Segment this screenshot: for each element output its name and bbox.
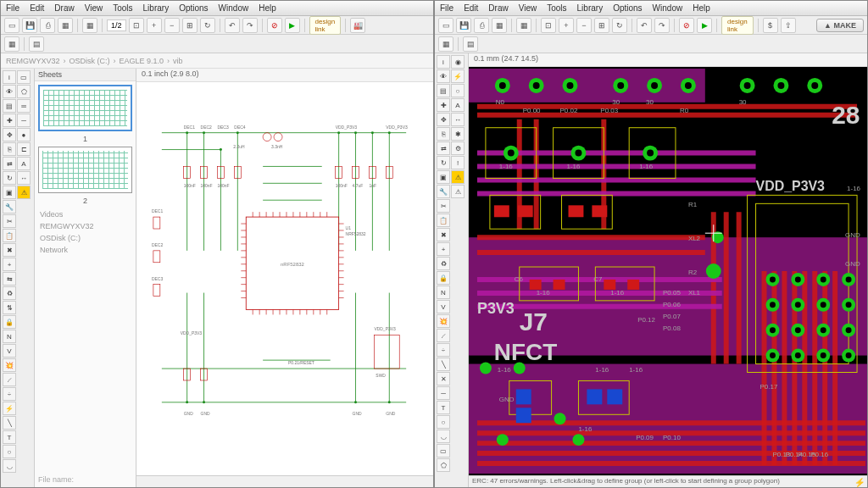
gateswap-tool-icon[interactable]: ⇅ — [3, 301, 16, 314]
split-tool-icon[interactable]: ÷ — [437, 343, 450, 357]
undo-icon[interactable]: ↶ — [225, 18, 240, 33]
paste-tool-icon[interactable]: 📋 — [437, 214, 450, 227]
menu-window[interactable]: Window — [219, 3, 249, 13]
sheet-thumb-1[interactable] — [38, 85, 132, 131]
save-icon[interactable]: 💾 — [456, 18, 471, 33]
ratsnest-tool-icon[interactable]: ✱ — [451, 127, 465, 141]
add-tool-icon[interactable]: + — [3, 258, 16, 271]
lock-tool-icon[interactable]: 🔒 — [3, 315, 16, 329]
dimension-tool-icon[interactable]: ↔ — [17, 171, 31, 185]
menu-view[interactable]: View — [519, 3, 537, 13]
open-icon[interactable]: ▭ — [438, 18, 453, 33]
mark-tool-icon[interactable]: ✚ — [437, 98, 450, 112]
rect-tool-icon[interactable]: ▭ — [17, 70, 31, 84]
menu-help[interactable]: Help — [693, 3, 710, 13]
bc-part[interactable]: vib — [173, 57, 183, 65]
print-icon[interactable]: ⎙ — [474, 18, 489, 33]
erc-tool-icon[interactable]: ! — [451, 156, 465, 169]
file-item[interactable]: Videos — [40, 208, 131, 220]
layer-tool-icon[interactable]: ▤ — [437, 84, 450, 97]
zoom-out-icon[interactable]: − — [164, 18, 180, 33]
rect-tool-icon[interactable]: ▭ — [437, 444, 450, 458]
menu-tools[interactable]: Tools — [113, 3, 132, 13]
pinswap-tool-icon[interactable]: ⇆ — [3, 272, 16, 286]
bus-tool-icon[interactable]: ═ — [17, 99, 31, 113]
show-tool-icon[interactable]: 👁 — [3, 85, 16, 98]
zoom-select-icon[interactable]: ⊞ — [182, 18, 198, 33]
zoom-fit-icon[interactable]: ⊡ — [541, 18, 556, 33]
menu-library[interactable]: Library — [143, 3, 170, 13]
smash-tool-icon[interactable]: 💥 — [3, 358, 16, 372]
redraw-icon[interactable]: ↻ — [612, 18, 627, 33]
breadcrumb-left[interactable]: REMGWYXV32 › OSDisk (C:) › EAGLE 9.1.0 ›… — [1, 53, 433, 69]
net-tool-icon[interactable]: ─ — [17, 114, 31, 127]
name-tool-icon[interactable]: N — [437, 286, 450, 299]
attribute-tool-icon[interactable]: A — [451, 98, 465, 112]
sheet-thumb-2[interactable] — [38, 147, 132, 193]
cam-icon[interactable]: ▦ — [58, 18, 73, 33]
erc-tool-icon[interactable]: ⚠ — [17, 186, 31, 199]
cam-icon[interactable]: ▦ — [492, 18, 507, 33]
show-tool-icon[interactable]: 👁 — [437, 69, 450, 83]
split-tool-icon[interactable]: ÷ — [3, 387, 16, 401]
junction-tool-icon[interactable]: ● — [17, 128, 31, 141]
print-icon[interactable]: ⎙ — [40, 18, 55, 33]
redraw-icon[interactable]: ↻ — [200, 18, 215, 33]
menu-help[interactable]: Help — [259, 3, 276, 13]
layer-icon[interactable]: ▤ — [463, 36, 478, 52]
menu-draw[interactable]: Draw — [54, 3, 74, 13]
menu-edit[interactable]: Edit — [30, 3, 44, 13]
schematic-drawing[interactable]: nRF52832 — [136, 82, 433, 475]
wire-tool-icon[interactable]: ─ — [437, 386, 450, 400]
hole-tool-icon[interactable]: ○ — [451, 84, 465, 97]
design-link-badge[interactable]: designlink — [309, 16, 342, 35]
board-switch-icon[interactable]: ▦ — [82, 18, 97, 33]
menu-view[interactable]: View — [85, 3, 103, 13]
go-icon[interactable]: ▶ — [285, 18, 300, 33]
paste-tool-icon[interactable]: 📋 — [3, 229, 16, 242]
menubar-left[interactable]: File Edit Draw View Tools Library Option… — [1, 1, 433, 16]
change-tool-icon[interactable]: 🔧 — [3, 200, 16, 214]
label-tool-icon[interactable]: ⊏ — [17, 142, 31, 156]
file-item[interactable]: OSDisk (C:) — [40, 232, 131, 244]
menubar-right[interactable]: File Edit Draw View Tools Library Option… — [435, 1, 867, 16]
poly-tool-icon[interactable]: ⬠ — [437, 458, 450, 472]
go-icon[interactable]: ▶ — [697, 18, 712, 33]
dimension-tool-icon[interactable]: ↔ — [451, 113, 465, 126]
arc-tool-icon[interactable]: ◡ — [3, 459, 16, 473]
menu-edit[interactable]: Edit — [464, 3, 478, 13]
add-tool-icon[interactable]: + — [437, 242, 450, 256]
text-tool-icon[interactable]: T — [437, 401, 450, 414]
value-tool-icon[interactable]: V — [437, 300, 450, 313]
pcb-quote-icon[interactable]: $ — [763, 18, 778, 33]
text-tool-icon[interactable]: T — [3, 430, 16, 444]
delete-tool-icon[interactable]: ✖ — [437, 228, 450, 241]
menu-file[interactable]: File — [6, 3, 19, 13]
move-tool-icon[interactable]: ✥ — [437, 113, 450, 126]
info-tool-icon[interactable]: i — [437, 55, 450, 69]
mirror-tool-icon[interactable]: ⇄ — [3, 157, 16, 170]
rotate-tool-icon[interactable]: ↻ — [437, 156, 450, 169]
menu-draw[interactable]: Draw — [488, 3, 508, 13]
info-tool-icon[interactable]: i — [3, 70, 16, 84]
invoke-tool-icon[interactable]: ⚡ — [3, 402, 16, 415]
change-tool-icon[interactable]: 🔧 — [437, 185, 450, 198]
replace-tool-icon[interactable]: ♻ — [3, 286, 16, 300]
grid-icon[interactable]: ▦ — [438, 36, 453, 52]
file-item[interactable]: Network — [40, 244, 131, 256]
lock-tool-icon[interactable]: 🔒 — [437, 271, 450, 285]
manufacture-icon[interactable]: 🏭 — [350, 18, 365, 33]
auto-tool-icon[interactable]: ⚙ — [451, 141, 465, 155]
zoom-in-icon[interactable]: + — [147, 18, 162, 33]
move-tool-icon[interactable]: ✥ — [3, 128, 16, 141]
design-link-badge[interactable]: designlink — [721, 16, 754, 35]
zoom-select-icon[interactable]: ⊞ — [594, 18, 609, 33]
group-tool-icon[interactable]: ▣ — [437, 170, 450, 184]
errors-tool-icon[interactable]: ⚠ — [451, 185, 465, 198]
board-drawing[interactable]: 32 MCU B 28 VDD_P3V3 P3V3 J7 NFCT N03030… — [469, 67, 867, 475]
menu-options[interactable]: Options — [613, 3, 642, 13]
zoom-out-icon[interactable]: − — [576, 18, 592, 33]
bc-part[interactable]: REMGWYXV32 — [6, 57, 60, 65]
cut-tool-icon[interactable]: ✂ — [3, 214, 16, 228]
mark-tool-icon[interactable]: ✚ — [3, 114, 16, 127]
